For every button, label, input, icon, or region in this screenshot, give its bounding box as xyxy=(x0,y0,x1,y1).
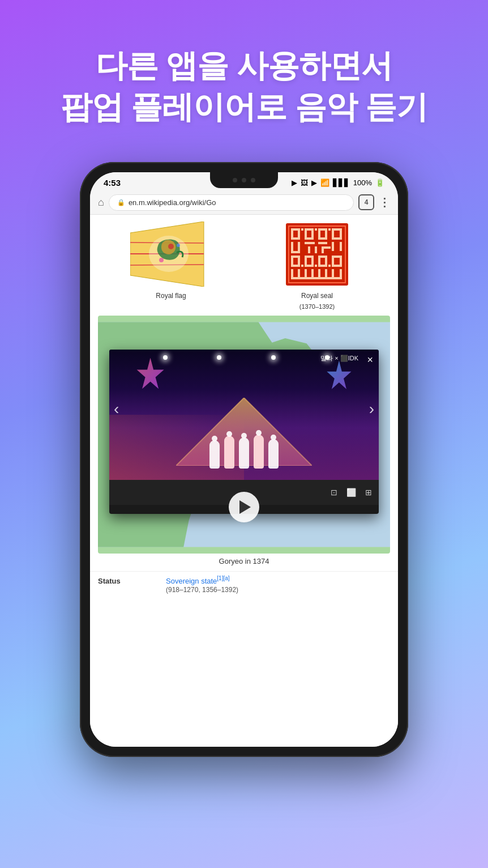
image-status-icon: 🖼 xyxy=(301,178,308,187)
svg-rect-47 xyxy=(311,258,314,265)
browser-toolbar: ⌂ 🔒 en.m.wikipedia.org/wiki/Go 4 ⋮ xyxy=(90,191,398,215)
svg-rect-19 xyxy=(305,231,307,237)
popup-close-button[interactable]: × xyxy=(367,354,373,366)
svg-rect-20 xyxy=(311,231,314,237)
svg-rect-17 xyxy=(291,231,293,237)
svg-rect-59 xyxy=(291,269,293,278)
svg-rect-8 xyxy=(286,223,348,286)
wiki-status-link: Sovereign state xyxy=(166,577,217,585)
svg-rect-42 xyxy=(318,256,327,258)
play-status-icon: ▶ xyxy=(292,178,297,187)
ctrl-icon-2[interactable]: ⬜ xyxy=(346,488,356,497)
play-button[interactable] xyxy=(229,492,259,522)
battery-text: 100% xyxy=(353,178,372,187)
svg-rect-64 xyxy=(325,269,327,278)
map-section: Northern Yuan Jurchen Japan × 밀라 × ⬛IDK xyxy=(90,316,398,571)
map-caption: Goryeo in 1374 xyxy=(98,557,390,565)
browser-content: Royal flag xyxy=(90,215,398,747)
svg-rect-15 xyxy=(328,228,331,231)
ctrl-icon-1[interactable]: ⊡ xyxy=(331,488,337,497)
svg-rect-66 xyxy=(340,269,342,278)
concert-scene xyxy=(109,350,379,480)
svg-point-5 xyxy=(168,244,174,249)
url-bar[interactable]: 🔒 en.m.wikipedia.org/wiki/Go xyxy=(109,194,354,211)
svg-rect-52 xyxy=(291,265,300,267)
svg-rect-53 xyxy=(301,265,303,267)
svg-rect-62 xyxy=(311,269,314,278)
popup-player: × 밀라 × ⬛IDK xyxy=(109,350,379,514)
svg-rect-41 xyxy=(305,256,314,258)
svg-rect-63 xyxy=(318,269,320,278)
performer2 xyxy=(224,436,234,469)
url-text: en.m.wikipedia.org/wiki/Go xyxy=(129,198,216,207)
svg-rect-27 xyxy=(318,237,327,240)
svg-rect-23 xyxy=(332,231,334,237)
popup-prev-button[interactable]: ‹ xyxy=(114,400,119,418)
svg-rect-56 xyxy=(318,265,327,267)
wiki-images-row: Royal flag xyxy=(90,215,398,316)
wiki-status-value-block: Sovereign state[1][a] (918–1270, 1356–13… xyxy=(166,575,238,594)
status-icons: ▶ 🖼 ▶ 📶 ▋▋▋ 100% 🔋 xyxy=(292,178,384,187)
wiki-status-sup: [1][a] xyxy=(217,575,229,581)
svg-rect-31 xyxy=(305,242,315,244)
svg-rect-25 xyxy=(291,237,300,240)
royal-flag-image xyxy=(129,220,213,288)
svg-rect-48 xyxy=(318,258,320,265)
svg-rect-57 xyxy=(328,265,331,267)
performer3 xyxy=(239,437,249,469)
notch-dot xyxy=(233,178,237,182)
notch-dot3 xyxy=(251,178,255,182)
svg-rect-49 xyxy=(325,258,327,265)
svg-rect-50 xyxy=(332,258,334,265)
svg-rect-29 xyxy=(291,242,293,251)
phone-screen: 4:53 ▶ 🖼 ▶ 📶 ▋▋▋ 100% 🔋 ⌂ 🔒 en.m.wikiped… xyxy=(90,172,398,747)
royal-flag-item: Royal flag xyxy=(98,220,244,310)
svg-rect-22 xyxy=(325,231,327,237)
royal-seal-svg xyxy=(283,220,351,288)
more-menu-icon[interactable]: ⋮ xyxy=(379,195,390,209)
svg-rect-44 xyxy=(291,258,293,265)
svg-rect-34 xyxy=(340,242,342,251)
svg-rect-28 xyxy=(332,237,342,240)
wifi-icon: 📶 xyxy=(320,178,329,187)
svg-point-6 xyxy=(159,258,164,262)
svg-rect-46 xyxy=(305,258,307,265)
svg-rect-43 xyxy=(332,256,342,258)
svg-rect-60 xyxy=(298,269,300,278)
performer1 xyxy=(209,440,220,469)
svg-rect-39 xyxy=(322,249,324,253)
royal-flag-label: Royal flag xyxy=(156,292,186,300)
wiki-status-key: Status xyxy=(98,577,166,585)
svg-rect-51 xyxy=(340,258,342,265)
tab-count[interactable]: 4 xyxy=(358,194,374,210)
svg-rect-13 xyxy=(315,228,317,231)
royal-seal-item: Royal seal (1370–1392) xyxy=(244,220,390,310)
lock-icon: 🔒 xyxy=(117,199,125,206)
wiki-status-value[interactable]: Sovereign state[1][a] xyxy=(166,575,238,586)
royal-flag-svg xyxy=(130,222,212,287)
performer5 xyxy=(268,439,279,469)
svg-rect-35 xyxy=(291,251,300,253)
svg-point-7 xyxy=(177,244,180,247)
phone-notch xyxy=(210,172,278,188)
battery-icon: 🔋 xyxy=(375,178,384,187)
svg-rect-18 xyxy=(298,231,300,237)
svg-rect-65 xyxy=(332,269,334,278)
svg-rect-14 xyxy=(318,228,327,231)
performers-group xyxy=(209,435,279,469)
wiki-status-row: Status Sovereign state[1][a] (918–1270, … xyxy=(90,571,398,597)
svg-rect-45 xyxy=(298,258,300,265)
svg-rect-58 xyxy=(332,265,342,267)
phone-frame: 4:53 ▶ 🖼 ▶ 📶 ▋▋▋ 100% 🔋 ⌂ 🔒 en.m.wikiped… xyxy=(80,162,408,757)
svg-rect-12 xyxy=(305,228,314,231)
signal-icon: ▋▋▋ xyxy=(333,178,350,187)
popup-logo: 밀라 × ⬛IDK xyxy=(320,354,358,363)
status-time: 4:53 xyxy=(104,178,121,188)
svg-rect-33 xyxy=(332,242,334,251)
popup-next-button[interactable]: › xyxy=(369,400,374,418)
ctrl-icon-3[interactable]: ⊞ xyxy=(365,488,372,497)
home-icon[interactable]: ⌂ xyxy=(98,197,104,209)
spot1 xyxy=(163,355,168,360)
hero-title: 다른 앱을 사용하면서 팝업 플레이어로 음악 듣기 xyxy=(23,45,465,128)
svg-rect-32 xyxy=(318,242,327,244)
